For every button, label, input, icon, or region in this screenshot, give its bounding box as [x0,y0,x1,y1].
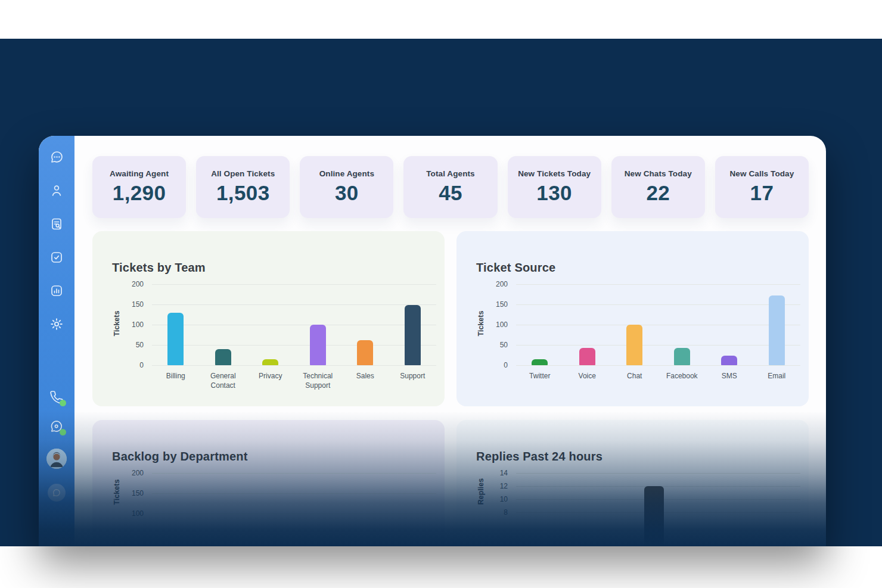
letterbox-bottom [0,546,882,588]
y-axis-tick: 0 [482,361,508,369]
chart-card-tickets-by-team: Tickets by Team 200150100500TicketsBilli… [92,231,445,406]
kpi-card-new-tickets-today: New Tickets Today 130 [508,156,601,218]
kpi-card-total-agents: Total Agents 45 [403,156,497,218]
chart-title: Replies Past 24 hours [476,450,603,463]
bar-support [405,305,421,365]
y-axis-tick: 200 [117,280,144,288]
gridline [152,345,436,346]
gridline [516,365,800,366]
online-status-dot [60,400,66,406]
gridline [516,325,800,325]
user-avatar[interactable] [46,449,67,469]
chart-title: Ticket Source [476,261,555,275]
x-axis-label: Support [389,372,437,381]
x-axis-label: Technical Support [294,372,342,390]
y-axis-tick: 100 [482,321,508,329]
bar-chart-plot: 1412108Replies [516,473,800,512]
user-icon[interactable] [49,183,64,198]
gridline [152,365,436,366]
x-axis-label: Sales [341,372,389,381]
chart-card-replies-past-24-hours: Replies Past 24 hours 1412108Replies [456,420,809,546]
gear-icon[interactable] [49,317,64,331]
message-dots-icon[interactable] [49,150,64,164]
x-axis-label: Privacy [247,372,294,381]
kpi-card-new-chats-today: New Chats Today 22 [611,156,705,218]
letterbox-top [0,0,882,39]
kpi-label: New Calls Today [730,169,794,178]
gridline [152,325,436,325]
y-axis-tick: 150 [117,489,144,497]
gridline [152,514,436,514]
kpi-value: 1,503 [216,181,270,205]
y-axis-tick: 12 [482,482,508,490]
kpi-row: Awaiting Agent 1,290 All Open Tickets 1,… [92,156,809,218]
y-axis-label: Replies [477,471,485,512]
chat-status-icon[interactable] [49,419,64,434]
y-axis-tick: 14 [482,469,508,477]
bar-replies_past_24_hours [644,486,664,546]
kpi-value: 1,290 [113,181,166,205]
bar-technical-support [310,325,326,365]
online-status-dot [60,429,66,435]
gridline [516,284,800,285]
dashboard-content: Awaiting Agent 1,290 All Open Tickets 1,… [74,136,826,546]
kpi-value: 17 [750,181,774,205]
y-axis-tick: 10 [482,495,508,503]
gridline [152,473,436,474]
kpi-value: 30 [335,181,359,205]
chart-card-ticket-source: Ticket Source 200150100500TicketsTwitter… [456,231,809,406]
sidebar-status-group [39,390,74,502]
x-axis-label: General Contact [200,372,247,390]
dashboard-window: Awaiting Agent 1,290 All Open Tickets 1,… [39,136,826,546]
bar-twitter [532,359,548,365]
bar-billing [167,313,184,365]
kpi-card-awaiting-agent: Awaiting Agent 1,290 [92,156,186,218]
bar-facebook [674,348,690,365]
x-axis-label: Chat [611,372,659,381]
x-axis-label: Twitter [516,372,564,381]
kpi-label: All Open Tickets [211,169,275,178]
bar-sms [721,356,737,365]
bar-voice [579,348,595,365]
gridline [152,304,436,305]
y-axis-tick: 50 [117,341,144,349]
y-axis-tick: 150 [482,300,508,309]
y-axis-tick: 200 [482,280,508,288]
charts-row-top: Tickets by Team 200150100500TicketsBilli… [92,231,809,406]
x-axis-label: Email [753,372,801,381]
kpi-card-online-agents: Online Agents 30 [300,156,393,218]
chart-card-backlog-by-department: Backlog by Department 200150100Tickets [92,420,445,546]
chart-title: Backlog by Department [112,450,248,463]
kpi-card-all-open-tickets: All Open Tickets 1,503 [196,156,290,218]
y-axis-tick: 150 [117,300,144,309]
bar-sales [357,340,373,365]
x-axis-label: Billing [152,372,200,381]
kpi-value: 22 [646,181,670,205]
check-square-icon[interactable] [49,250,64,265]
kpi-label: Total Agents [426,169,474,178]
x-axis-label: SMS [706,372,753,381]
x-axis-label: Facebook [659,372,706,381]
bar-chart-plot: 200150100500TicketsTwitterVoiceChatFaceb… [516,284,800,365]
y-axis-tick: 0 [117,361,144,369]
phone-icon[interactable] [49,390,64,405]
gridline [516,473,800,474]
y-axis-label: Tickets [113,303,121,344]
bar-chart-square-icon[interactable] [49,284,64,298]
y-axis-tick: 100 [117,509,144,518]
bar-email [769,295,785,365]
bar-chart-plot: 200150100500TicketsBillingGeneral Contac… [152,284,436,365]
workspace-icon[interactable] [48,484,66,502]
gridline [516,304,800,305]
kpi-value: 130 [536,181,572,205]
x-axis-label: Voice [564,372,611,381]
kpi-label: New Tickets Today [518,169,591,178]
chart-title: Tickets by Team [112,261,206,275]
bar-chart-plot: 200150100Tickets [152,473,436,514]
bar-privacy [262,359,278,365]
gridline [516,345,800,346]
file-search-icon[interactable] [49,217,64,231]
sidebar [39,136,74,546]
bar-general-contact [215,349,231,365]
gridline [152,493,436,494]
